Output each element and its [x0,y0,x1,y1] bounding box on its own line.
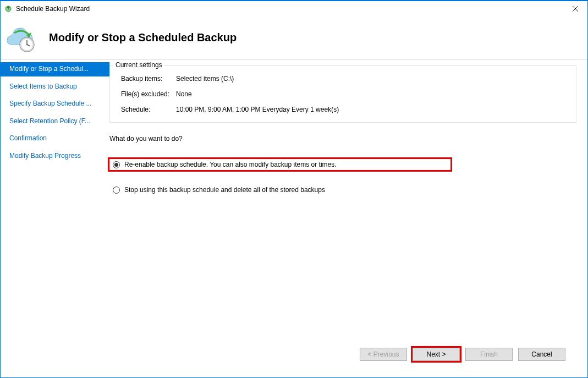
app-icon [4,4,13,13]
sidebar-item-select-items[interactable]: Select Items to Backup [1,80,109,94]
titlebar: Schedule Backup Wizard [1,1,587,16]
radio-option-reenable[interactable]: Re-enable backup schedule. You can also … [109,159,450,170]
sidebar-item-confirmation[interactable]: Confirmation [1,132,109,146]
svg-point-5 [26,44,28,45]
cancel-button[interactable]: Cancel [518,348,565,361]
header-area: Modify or Stop a Scheduled Backup [1,16,587,60]
backup-icon [5,23,38,53]
sidebar-item-retention-policy[interactable]: Select Retention Policy (F... [1,114,109,129]
value-backup-items: Selected items (C:\) [176,75,565,83]
groupbox-title: Current settings [113,61,164,69]
label-backup-items: Backup items: [121,75,176,83]
radio-icon [113,161,120,168]
close-button[interactable] [563,1,587,16]
sidebar: Modify or Stop a Schedul... Select Items… [1,60,109,377]
sidebar-item-modify-stop[interactable]: Modify or Stop a Schedul... [1,62,109,76]
row-files-excluded: File(s) excluded: None [121,90,565,98]
sidebar-item-modify-progress[interactable]: Modify Backup Progress [1,149,109,163]
radio-option-stop[interactable]: Stop using this backup schedule and dele… [109,184,450,195]
wizard-window: Schedule Backup Wizard Modify or Stop a … [0,0,588,378]
value-schedule: 10:00 PM, 9:00 AM, 1:00 PM Everyday Ever… [176,106,565,113]
value-files-excluded: None [176,90,565,98]
footer-buttons: < Previous Next > Finish Cancel [109,341,576,372]
question-text: What do you want to do? [109,135,576,143]
label-files-excluded: File(s) excluded: [121,90,176,98]
body-area: Modify or Stop a Schedul... Select Items… [1,60,587,377]
next-button[interactable]: Next > [413,348,460,361]
row-backup-items: Backup items: Selected items (C:\) [121,75,565,83]
row-schedule: Schedule: 10:00 PM, 9:00 AM, 1:00 PM Eve… [121,106,565,113]
current-settings-group: Current settings Backup items: Selected … [109,65,576,123]
sidebar-item-specify-schedule[interactable]: Specify Backup Schedule ... [1,97,109,111]
main-content: Current settings Backup items: Selected … [109,60,587,377]
window-title: Schedule Backup Wizard [16,5,563,13]
previous-button: < Previous [360,348,407,361]
finish-button: Finish [465,348,513,361]
radio-icon [113,187,120,194]
page-title: Modify or Stop a Scheduled Backup [49,31,237,44]
label-schedule: Schedule: [121,106,176,113]
radio-label-stop: Stop using this backup schedule and dele… [124,186,325,194]
radio-label-reenable: Re-enable backup schedule. You can also … [124,161,337,168]
